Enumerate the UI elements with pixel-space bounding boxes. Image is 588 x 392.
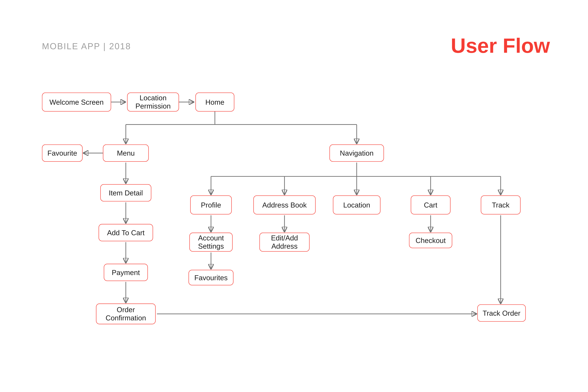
node-track-order: Track Order [477,304,526,322]
node-edit-add-address: Edit/Add Address [260,233,310,252]
node-navigation: Navigation [330,144,384,162]
node-address-book: Address Book [253,196,316,214]
node-add-to-cart: Add To Cart [98,224,153,241]
page-subtitle: MOBILE APP | 2018 [42,42,131,52]
node-location: Location [333,196,380,214]
node-favourite: Favourite [42,144,83,162]
node-payment: Payment [104,264,148,281]
node-location-permission: Location Permission [127,92,179,112]
node-order-confirmation: Order Confirmation [96,304,156,324]
node-item-detail: Item Detail [100,184,151,202]
page-title: User Flow [451,34,550,58]
node-account-settings: Account Settings [189,233,232,252]
node-favourites: Favourites [188,270,234,286]
node-checkout: Checkout [409,233,452,248]
user-flow-diagram: MOBILE APP | 2018 User Flow [0,0,588,392]
node-welcome-screen: Welcome Screen [42,92,111,112]
node-menu: Menu [103,144,149,162]
node-profile: Profile [190,196,232,214]
node-track: Track [481,196,520,214]
node-home: Home [196,92,234,112]
node-cart: Cart [411,196,450,214]
